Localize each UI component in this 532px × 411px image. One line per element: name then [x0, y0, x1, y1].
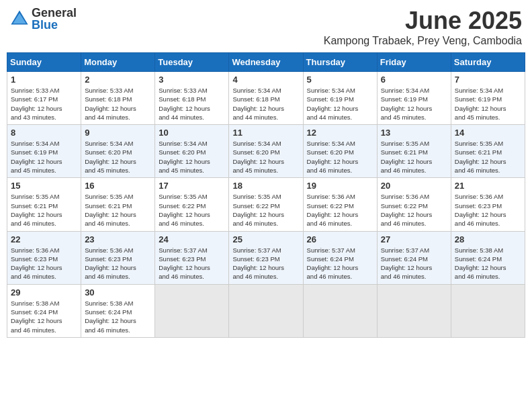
day-info: Sunrise: 5:36 AMSunset: 6:23 PMDaylight:…	[11, 246, 77, 281]
day-cell-1: 1Sunrise: 5:33 AMSunset: 6:17 PMDaylight…	[7, 72, 81, 125]
day-number: 21	[455, 181, 521, 191]
logo-text: General Blue	[32, 7, 77, 31]
logo-icon	[10, 9, 29, 28]
calendar-week-3: 15Sunrise: 5:35 AMSunset: 6:21 PMDayligh…	[7, 178, 525, 231]
day-cell-17: 17Sunrise: 5:35 AMSunset: 6:22 PMDayligh…	[155, 178, 229, 231]
day-cell-24: 24Sunrise: 5:37 AMSunset: 6:23 PMDayligh…	[155, 231, 229, 284]
day-number: 28	[455, 234, 521, 244]
empty-cell	[303, 284, 377, 337]
title-section: June 2025 Kampong Trabaek, Prey Veng, Ca…	[324, 7, 522, 47]
day-number: 13	[381, 128, 447, 138]
day-info: Sunrise: 5:34 AMSunset: 6:20 PMDaylight:…	[232, 139, 299, 175]
day-number: 27	[381, 234, 447, 244]
day-number: 14	[455, 128, 521, 138]
day-cell-25: 25Sunrise: 5:37 AMSunset: 6:23 PMDayligh…	[229, 231, 303, 284]
day-number: 7	[455, 75, 521, 85]
day-cell-6: 6Sunrise: 5:34 AMSunset: 6:19 PMDaylight…	[377, 72, 451, 125]
logo-blue: Blue	[32, 19, 77, 31]
day-number: 15	[11, 181, 77, 191]
day-cell-11: 11Sunrise: 5:34 AMSunset: 6:20 PMDayligh…	[229, 125, 303, 178]
day-info: Sunrise: 5:37 AMSunset: 6:24 PMDaylight:…	[381, 246, 447, 281]
month-title: June 2025	[324, 7, 522, 35]
calendar-week-2: 8Sunrise: 5:34 AMSunset: 6:19 PMDaylight…	[7, 125, 525, 178]
day-info: Sunrise: 5:38 AMSunset: 6:24 PMDaylight:…	[85, 299, 151, 334]
day-cell-27: 27Sunrise: 5:37 AMSunset: 6:24 PMDayligh…	[377, 231, 451, 284]
day-info: Sunrise: 5:33 AMSunset: 6:17 PMDaylight:…	[11, 86, 77, 122]
day-cell-23: 23Sunrise: 5:36 AMSunset: 6:23 PMDayligh…	[81, 231, 155, 284]
day-number: 30	[85, 287, 151, 298]
day-number: 12	[307, 128, 373, 138]
day-number: 18	[232, 181, 299, 191]
day-cell-9: 9Sunrise: 5:34 AMSunset: 6:20 PMDaylight…	[81, 125, 155, 178]
day-cell-29: 29Sunrise: 5:38 AMSunset: 6:24 PMDayligh…	[7, 284, 81, 337]
day-cell-15: 15Sunrise: 5:35 AMSunset: 6:21 PMDayligh…	[7, 178, 81, 231]
day-number: 26	[307, 234, 373, 244]
day-number: 11	[232, 128, 299, 138]
day-cell-7: 7Sunrise: 5:34 AMSunset: 6:19 PMDaylight…	[451, 72, 525, 125]
day-cell-26: 26Sunrise: 5:37 AMSunset: 6:24 PMDayligh…	[303, 231, 377, 284]
day-cell-5: 5Sunrise: 5:34 AMSunset: 6:19 PMDaylight…	[303, 72, 377, 125]
day-number: 10	[159, 128, 225, 138]
day-number: 9	[85, 128, 151, 138]
weekday-header-sunday: Sunday	[7, 53, 81, 72]
weekday-header-monday: Monday	[81, 53, 155, 72]
calendar-body: 1Sunrise: 5:33 AMSunset: 6:17 PMDaylight…	[7, 72, 525, 338]
day-cell-2: 2Sunrise: 5:33 AMSunset: 6:18 PMDaylight…	[81, 72, 155, 125]
day-number: 23	[85, 234, 151, 244]
day-info: Sunrise: 5:36 AMSunset: 6:23 PMDaylight:…	[455, 192, 521, 228]
day-number: 5	[307, 75, 373, 85]
empty-cell	[229, 284, 303, 337]
day-info: Sunrise: 5:36 AMSunset: 6:22 PMDaylight:…	[381, 192, 447, 228]
day-cell-28: 28Sunrise: 5:38 AMSunset: 6:24 PMDayligh…	[451, 231, 525, 284]
weekday-header-row: SundayMondayTuesdayWednesdayThursdayFrid…	[7, 53, 525, 72]
day-info: Sunrise: 5:33 AMSunset: 6:18 PMDaylight:…	[85, 86, 151, 122]
day-info: Sunrise: 5:34 AMSunset: 6:20 PMDaylight:…	[85, 139, 151, 175]
weekday-header-saturday: Saturday	[451, 53, 525, 72]
day-number: 29	[11, 287, 77, 298]
day-cell-12: 12Sunrise: 5:34 AMSunset: 6:20 PMDayligh…	[303, 125, 377, 178]
day-cell-22: 22Sunrise: 5:36 AMSunset: 6:23 PMDayligh…	[7, 231, 81, 284]
day-cell-21: 21Sunrise: 5:36 AMSunset: 6:23 PMDayligh…	[451, 178, 525, 231]
day-info: Sunrise: 5:34 AMSunset: 6:19 PMDaylight:…	[11, 139, 77, 175]
day-info: Sunrise: 5:34 AMSunset: 6:20 PMDaylight:…	[307, 139, 373, 175]
day-info: Sunrise: 5:38 AMSunset: 6:24 PMDaylight:…	[11, 299, 77, 334]
calendar-week-1: 1Sunrise: 5:33 AMSunset: 6:17 PMDaylight…	[7, 72, 525, 125]
logo: General Blue	[10, 7, 77, 31]
calendar-table: SundayMondayTuesdayWednesdayThursdayFrid…	[7, 52, 525, 338]
day-cell-3: 3Sunrise: 5:33 AMSunset: 6:18 PMDaylight…	[155, 72, 229, 125]
day-cell-19: 19Sunrise: 5:36 AMSunset: 6:22 PMDayligh…	[303, 178, 377, 231]
day-cell-4: 4Sunrise: 5:34 AMSunset: 6:18 PMDaylight…	[229, 72, 303, 125]
day-info: Sunrise: 5:37 AMSunset: 6:23 PMDaylight:…	[232, 246, 299, 281]
day-cell-10: 10Sunrise: 5:34 AMSunset: 6:20 PMDayligh…	[155, 125, 229, 178]
day-number: 19	[307, 181, 373, 191]
day-number: 20	[381, 181, 447, 191]
day-info: Sunrise: 5:34 AMSunset: 6:19 PMDaylight:…	[455, 86, 521, 122]
day-number: 8	[11, 128, 77, 138]
day-number: 3	[159, 75, 225, 85]
day-cell-18: 18Sunrise: 5:35 AMSunset: 6:22 PMDayligh…	[229, 178, 303, 231]
day-cell-20: 20Sunrise: 5:36 AMSunset: 6:22 PMDayligh…	[377, 178, 451, 231]
day-info: Sunrise: 5:35 AMSunset: 6:21 PMDaylight:…	[381, 139, 447, 175]
day-info: Sunrise: 5:36 AMSunset: 6:22 PMDaylight:…	[307, 192, 373, 228]
day-cell-13: 13Sunrise: 5:35 AMSunset: 6:21 PMDayligh…	[377, 125, 451, 178]
location-title: Kampong Trabaek, Prey Veng, Cambodia	[324, 35, 522, 47]
day-cell-30: 30Sunrise: 5:38 AMSunset: 6:24 PMDayligh…	[81, 284, 155, 337]
day-number: 25	[232, 234, 299, 244]
day-number: 6	[381, 75, 447, 85]
empty-cell	[451, 284, 525, 337]
day-info: Sunrise: 5:35 AMSunset: 6:21 PMDaylight:…	[11, 192, 77, 228]
weekday-header-tuesday: Tuesday	[155, 53, 229, 72]
day-info: Sunrise: 5:34 AMSunset: 6:19 PMDaylight:…	[307, 86, 373, 122]
day-info: Sunrise: 5:38 AMSunset: 6:24 PMDaylight:…	[455, 246, 521, 281]
day-number: 2	[85, 75, 151, 85]
day-info: Sunrise: 5:37 AMSunset: 6:24 PMDaylight:…	[307, 246, 373, 281]
day-info: Sunrise: 5:33 AMSunset: 6:18 PMDaylight:…	[159, 86, 225, 122]
day-info: Sunrise: 5:34 AMSunset: 6:18 PMDaylight:…	[232, 86, 299, 122]
weekday-header-wednesday: Wednesday	[229, 53, 303, 72]
day-number: 4	[232, 75, 299, 85]
day-info: Sunrise: 5:36 AMSunset: 6:23 PMDaylight:…	[85, 246, 151, 281]
weekday-header-thursday: Thursday	[303, 53, 377, 72]
day-number: 16	[85, 181, 151, 191]
empty-cell	[155, 284, 229, 337]
calendar-week-5: 29Sunrise: 5:38 AMSunset: 6:24 PMDayligh…	[7, 284, 525, 337]
